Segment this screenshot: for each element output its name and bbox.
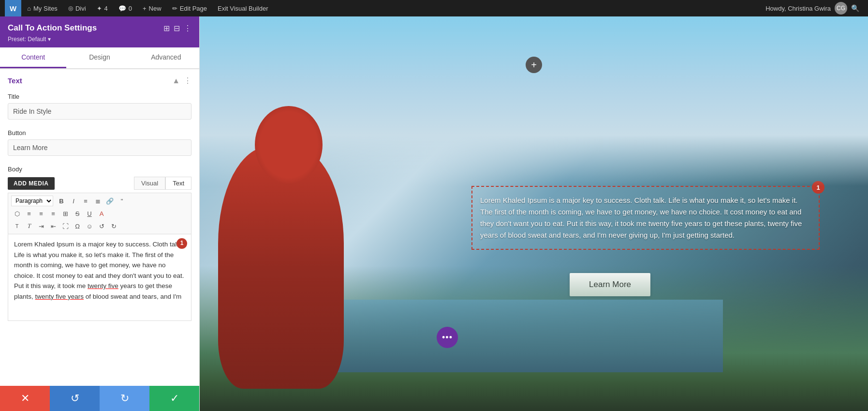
text-color-button[interactable]: A <box>96 208 107 219</box>
undo-icon: ↺ <box>71 392 79 405</box>
admin-bar: W ⌂ My Sites ◎ Divi ✦ 4 💬 0 + New ✏ Edit… <box>0 0 868 16</box>
title-input[interactable] <box>8 103 191 120</box>
wp-logo-button[interactable]: W <box>5 0 21 16</box>
cancel-button[interactable]: ✕ <box>0 386 50 411</box>
body-text: Lorem Khaled Ipsum is a major key to suc… <box>14 239 185 302</box>
paragraph-select[interactable]: Paragraph Heading 1 Heading 2 <box>11 196 53 206</box>
chevron-down-icon: ▾ <box>48 36 51 43</box>
redo-button[interactable]: ↻ <box>100 386 149 411</box>
button-label: Button <box>8 129 191 137</box>
comment-count-button[interactable]: 💬 0 <box>114 0 137 16</box>
exit-builder-button[interactable]: Exit Visual Builder <box>213 0 273 16</box>
main-layout: Call To Action Settings ⊞ ⊟ ⋮ Preset: De… <box>0 16 868 411</box>
underline-button[interactable]: U <box>84 208 95 219</box>
search-icon[interactable]: 🔍 <box>851 4 859 12</box>
section-title-text: Text <box>8 76 22 85</box>
layout-icon[interactable]: ⊟ <box>174 24 180 33</box>
redo-editor-button[interactable]: ↻ <box>108 220 119 232</box>
body-label: Body <box>8 166 191 173</box>
section-header-icons: ▲ ⋮ <box>172 76 191 85</box>
ordered-list-button[interactable]: ≣ <box>92 195 103 207</box>
align-center-button[interactable]: ≡ <box>23 208 35 219</box>
text-section-header: Text ▲ ⋮ <box>0 69 199 89</box>
panel-content: Text ▲ ⋮ Title Button Body <box>0 69 199 386</box>
emoji-button[interactable]: ☺ <box>84 220 95 232</box>
editor-view-tabs: Visual Text <box>134 177 191 190</box>
person-silhouette <box>200 72 383 411</box>
divi-button[interactable]: ◎ Divi <box>63 0 91 16</box>
unordered-list-button[interactable]: ≡ <box>80 195 91 207</box>
undo-editor-button[interactable]: ↺ <box>96 220 107 232</box>
link-button[interactable]: 🔗 <box>104 195 116 207</box>
resize-icon[interactable]: ⊞ <box>163 24 170 33</box>
preview-area: + Ride In Style Lorem Khaled Ipsum is a … <box>200 16 868 411</box>
bar-items: W ⌂ My Sites ◎ Divi ✦ 4 💬 0 + New ✏ Edit… <box>5 0 765 16</box>
outdent-button[interactable]: ⇤ <box>47 220 59 232</box>
strikethrough-button[interactable]: S <box>72 208 83 219</box>
editor-toolbar-top: ADD MEDIA Visual Text <box>8 177 191 190</box>
indent-button[interactable]: ⇥ <box>35 220 47 232</box>
more-options-icon[interactable]: ⋮ <box>184 24 191 33</box>
comment-count-2: 0 <box>129 5 132 12</box>
my-sites-label: My Sites <box>33 5 58 12</box>
three-dots-menu-button[interactable]: ••• <box>437 327 458 348</box>
dots-icon: ••• <box>442 333 453 343</box>
panel-bottom: ✕ ↺ ↻ ✓ <box>0 386 199 411</box>
preset-selector[interactable]: Preset: Default ▾ <box>8 36 191 43</box>
head-shape <box>255 106 323 183</box>
format-row-2: ⬡ ≡ ≡ ≡ ⊞ S U A <box>11 208 188 219</box>
paste-as-text-button[interactable]: T <box>11 220 23 232</box>
panel-header-icons: ⊞ ⊟ ⋮ <box>163 24 191 33</box>
underline-span-2: twenty five years <box>35 293 84 300</box>
my-sites-button[interactable]: ⌂ My Sites <box>22 0 62 16</box>
visual-tab[interactable]: Visual <box>134 177 165 190</box>
italic-button[interactable]: I <box>68 195 79 207</box>
tab-design[interactable]: Design <box>66 47 132 68</box>
table-button[interactable]: ⊞ <box>59 208 71 219</box>
special-char-button[interactable]: Ω <box>72 220 83 232</box>
new-label: New <box>149 5 162 12</box>
divi-icon: ◎ <box>68 5 73 12</box>
wp-icon: W <box>10 4 16 13</box>
expand-button[interactable]: ⛶ <box>59 220 71 232</box>
button-input[interactable] <box>8 139 191 156</box>
tab-advanced[interactable]: Advanced <box>133 47 199 68</box>
pencil-icon: ✏ <box>172 5 177 12</box>
body-section: Body ADD MEDIA Visual Text <box>0 162 199 321</box>
comment-icon: ✦ <box>97 5 102 12</box>
panel-title: Call To Action Settings <box>8 23 97 33</box>
tab-content[interactable]: Content <box>0 47 66 68</box>
clear-formatting-button[interactable]: 𝑇 <box>23 220 35 232</box>
user-greeting: Howdy, Christina Gwira <box>765 5 831 12</box>
preset-label: Preset: Default <box>8 36 46 43</box>
cancel-icon: ✕ <box>21 392 29 405</box>
underline-span-1: twenty five <box>88 282 118 289</box>
divi-label: Divi <box>75 5 86 12</box>
blockquote-button[interactable]: " <box>116 195 128 207</box>
comments-count: 4 <box>104 5 108 12</box>
preview-body-box[interactable]: Lorem Khaled Ipsum is a major key to suc… <box>471 186 820 250</box>
comments-button[interactable]: ✦ 4 <box>92 0 113 16</box>
bubble-icon: 💬 <box>118 5 126 12</box>
text-tab[interactable]: Text <box>165 177 191 190</box>
collapse-icon[interactable]: ▲ <box>172 76 180 85</box>
align-right-button[interactable]: ≡ <box>35 208 47 219</box>
plus-icon-bar: + <box>143 5 147 12</box>
align-justify-button[interactable]: ≡ <box>47 208 59 219</box>
bold-button[interactable]: B <box>56 195 67 207</box>
undo-button[interactable]: ↺ <box>50 386 100 411</box>
edit-page-button[interactable]: ✏ Edit Page <box>167 0 212 16</box>
add-section-button[interactable]: + <box>526 57 542 73</box>
settings-panel: Call To Action Settings ⊞ ⊟ ⋮ Preset: De… <box>0 16 200 411</box>
section-more-icon[interactable]: ⋮ <box>184 76 191 85</box>
avatar[interactable]: CG <box>835 2 847 15</box>
new-button[interactable]: + New <box>138 0 166 16</box>
edit-page-label: Edit Page <box>180 5 207 12</box>
add-media-button[interactable]: ADD MEDIA <box>8 177 55 190</box>
align-left-button[interactable]: ⬡ <box>11 208 23 219</box>
confirm-button[interactable]: ✓ <box>149 386 199 411</box>
confirm-icon: ✓ <box>170 392 179 405</box>
title-field-group: Title <box>0 89 199 125</box>
plus-icon-preview: + <box>531 60 537 71</box>
editor-body[interactable]: Lorem Khaled Ipsum is a major key to suc… <box>8 234 191 321</box>
